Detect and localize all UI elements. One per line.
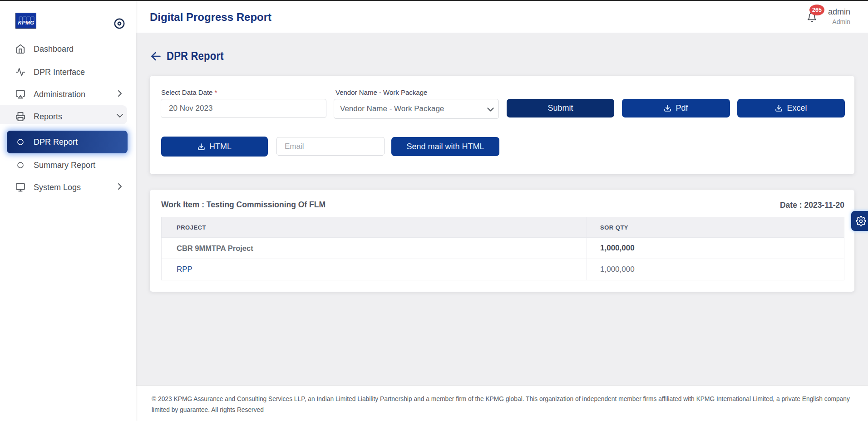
svg-text:KPMG: KPMG bbox=[18, 20, 35, 25]
